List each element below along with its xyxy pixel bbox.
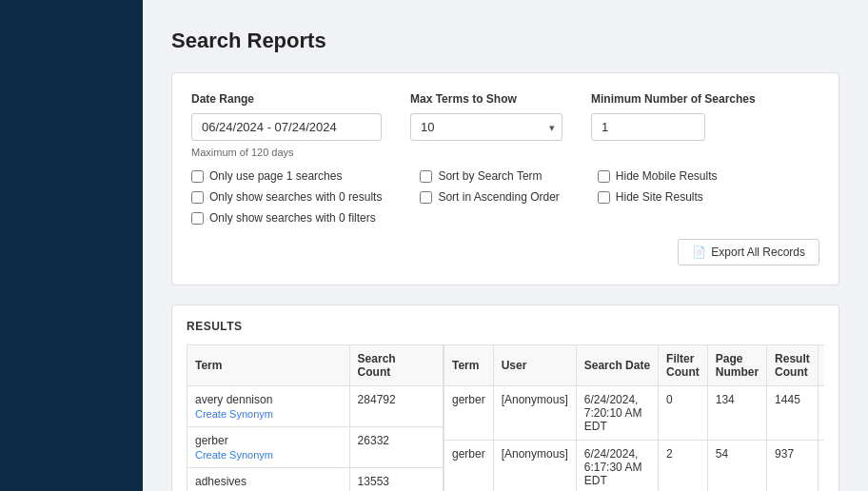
export-button-label: Export All Records — [711, 246, 805, 259]
col-search-count: SearchCount — [349, 345, 443, 386]
table-row: avery dennison Create Synonym 284792 — [187, 386, 444, 427]
col-user-agent: User Agent — [818, 345, 824, 386]
checkbox-page1[interactable] — [191, 170, 204, 183]
checkbox-col-left: Only use page 1 searches Only show searc… — [191, 169, 382, 225]
page-number-cell: 54 — [707, 441, 766, 492]
max-terms-select[interactable]: 10 25 50 100 — [410, 113, 562, 141]
col-term: Term — [187, 345, 350, 386]
table-row: gerber [Anonymous] 6/24/2024, 6:17:30 AM… — [444, 441, 825, 492]
col-result-count: ResultCount — [767, 345, 819, 386]
filter-panel: Date Range Maximum of 120 days Max Terms… — [171, 72, 839, 285]
col-user: User — [493, 345, 576, 386]
checkbox-hide-mobile-text: Hide Mobile Results — [616, 169, 718, 183]
page-title: Search Reports — [171, 29, 839, 53]
count-cell: 284792 — [349, 386, 443, 427]
checkbox-col-right: Hide Mobile Results Hide Site Results — [598, 169, 718, 225]
date-range-group: Date Range Maximum of 120 days — [191, 92, 382, 158]
search-date-cell: 6/24/2024, 6:17:30 AM EDT — [576, 441, 658, 492]
max-terms-label: Max Terms to Show — [410, 92, 562, 106]
detail-term-cell: gerber — [444, 441, 494, 492]
checkbox-0filters[interactable] — [191, 212, 204, 225]
checkbox-sort-asc-text: Sort in Ascending Order — [438, 190, 559, 204]
date-range-sublabel: Maximum of 120 days — [191, 147, 382, 158]
min-searches-group: Minimum Number of Searches — [591, 92, 756, 141]
term-cell: gerber Create Synonym — [187, 427, 350, 468]
term-value: avery dennison — [195, 393, 342, 406]
filter-top-row: Date Range Maximum of 120 days Max Terms… — [191, 92, 819, 158]
count-cell: 13553 — [349, 468, 443, 492]
detail-term-cell: gerber — [444, 386, 494, 441]
term-value: gerber — [195, 434, 342, 447]
table-row: gerber [Anonymous] 6/24/2024, 7:20:10 AM… — [444, 386, 825, 441]
table-row: gerber Create Synonym 26332 — [187, 427, 444, 468]
right-table: Term User Search Date FilterCount PageNu… — [444, 344, 824, 491]
col-filter-count: FilterCount — [659, 345, 708, 386]
detail-table: Term User Search Date FilterCount PageNu… — [444, 344, 824, 491]
main-content: Search Reports Date Range Maximum of 120… — [143, 0, 868, 491]
checkbox-sort-asc-label[interactable]: Sort in Ascending Order — [420, 190, 559, 204]
summary-table: Term SearchCount avery dennison Create S… — [187, 344, 444, 491]
term-cell: adhesives Create Synonym — [187, 468, 350, 492]
min-searches-input[interactable] — [591, 113, 705, 141]
tables-container: Term SearchCount avery dennison Create S… — [187, 344, 824, 491]
checkbox-0results[interactable] — [191, 191, 204, 204]
checkbox-col-mid: Sort by Search Term Sort in Ascending Or… — [420, 169, 559, 225]
user-agent-cell: Mozilla/5.0 (compatible; Sem... — [818, 386, 824, 441]
checkbox-sort-term-text: Sort by Search Term — [438, 169, 542, 183]
checkboxes-row: Only use page 1 searches Only show searc… — [191, 169, 819, 225]
checkbox-page1-label[interactable]: Only use page 1 searches — [191, 169, 382, 183]
max-terms-group: Max Terms to Show 10 25 50 100 ▾ — [410, 92, 562, 141]
checkbox-sort-asc[interactable] — [420, 191, 432, 204]
export-icon: 📄 — [692, 246, 706, 259]
checkbox-hide-site-label[interactable]: Hide Site Results — [598, 190, 718, 204]
result-count-cell: 937 — [767, 441, 819, 492]
date-range-input[interactable] — [191, 113, 382, 141]
user-cell: [Anonymous] — [493, 386, 576, 441]
date-range-label: Date Range — [191, 92, 382, 106]
search-date-cell: 6/24/2024, 7:20:10 AM EDT — [576, 386, 658, 441]
checkbox-page1-text: Only use page 1 searches — [209, 169, 342, 183]
export-row: 📄 Export All Records — [191, 239, 819, 265]
create-synonym-link[interactable]: Create Synonym — [195, 408, 342, 420]
checkbox-0results-label[interactable]: Only show searches with 0 results — [191, 190, 382, 204]
user-agent-cell: facebookexternalhit/1.1 (+htt... — [818, 441, 824, 492]
checkbox-0filters-label[interactable]: Only show searches with 0 filters — [191, 211, 382, 225]
page-number-cell: 134 — [707, 386, 766, 441]
result-count-cell: 1445 — [767, 386, 819, 441]
count-cell: 26332 — [349, 427, 443, 468]
term-cell: avery dennison Create Synonym — [187, 386, 350, 427]
create-synonym-link[interactable]: Create Synonym — [195, 449, 342, 461]
checkbox-sort-term-label[interactable]: Sort by Search Term — [420, 169, 559, 183]
filter-count-cell: 2 — [659, 441, 708, 492]
checkbox-hide-mobile-label[interactable]: Hide Mobile Results — [598, 169, 718, 183]
checkbox-0results-text: Only show searches with 0 results — [209, 190, 382, 204]
export-all-records-button[interactable]: 📄 Export All Records — [678, 239, 819, 265]
results-section: RESULTS Term SearchCount avery dennison … — [171, 304, 839, 491]
min-searches-label: Minimum Number of Searches — [591, 92, 756, 106]
max-terms-select-wrapper: 10 25 50 100 ▾ — [410, 113, 562, 141]
checkbox-hide-site-text: Hide Site Results — [616, 190, 703, 204]
results-title: RESULTS — [187, 320, 824, 333]
left-table: Term SearchCount avery dennison Create S… — [187, 344, 444, 491]
detail-table-header-row: Term User Search Date FilterCount PageNu… — [444, 345, 825, 386]
checkbox-0filters-text: Only show searches with 0 filters — [209, 211, 376, 225]
summary-table-header-row: Term SearchCount — [187, 345, 444, 386]
checkbox-hide-mobile[interactable] — [598, 170, 610, 183]
sidebar — [0, 0, 143, 491]
table-row: adhesives Create Synonym 13553 — [187, 468, 444, 492]
term-value: adhesives — [195, 475, 342, 488]
checkbox-sort-term[interactable] — [420, 170, 432, 183]
col-page-number: PageNumber — [707, 345, 766, 386]
col-detail-term: Term — [444, 345, 494, 386]
checkbox-hide-site[interactable] — [598, 191, 610, 204]
col-search-date: Search Date — [576, 345, 658, 386]
user-cell: [Anonymous] — [493, 441, 576, 492]
filter-count-cell: 0 — [659, 386, 708, 441]
